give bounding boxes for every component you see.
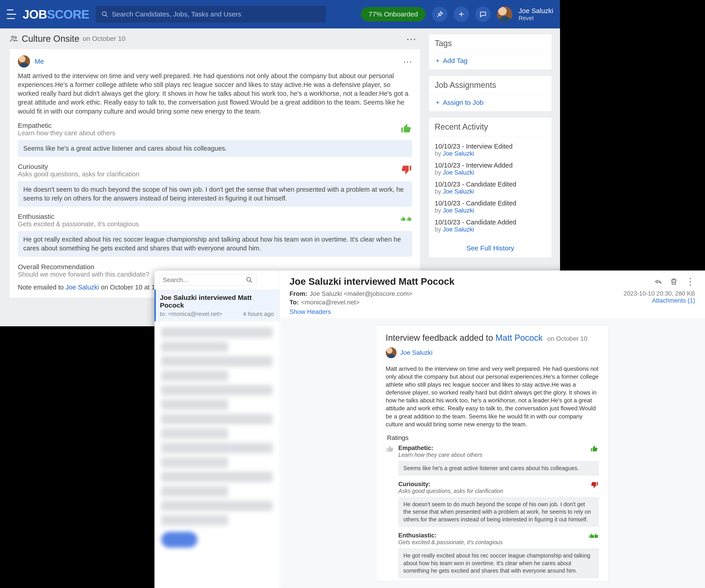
mail-subject: Joe Saluzki interviewed Matt Pocock [289,276,654,287]
recent-activity-card: Recent Activity 10/10/23 - Interview Edi… [429,117,552,258]
page-title: Culture Onsite [22,34,80,44]
thumb-down-icon [590,481,599,490]
rating-enthusiastic: Enthusiastic Gets excited & passionate, … [18,213,412,257]
rating-empathetic: Empathetic Learn how they care about oth… [18,122,412,157]
mail-menu-icon[interactable]: ⋮ [686,276,695,287]
activity-user-link[interactable]: Joe Saluzki [443,150,474,157]
add-tag-link[interactable]: Add Tag [435,57,546,64]
job-assignments-card: Job Assignments Assign to Job [429,76,552,111]
mail-list-item[interactable]: Joe Saluzki interviewed Matt Pocock to: … [154,290,279,322]
activity-item: 10/10/23 - Candidate Editedby Joe Saluzk… [435,179,546,197]
mail-search-bar[interactable] [159,274,256,286]
mail-rating-enthusiastic: Enthusiastic: Gets excited & passionate,… [386,532,599,546]
svg-point-0 [102,12,106,16]
search-bar[interactable] [96,6,326,22]
activity-user-link[interactable]: Joe Saluzki [443,188,474,195]
author-link[interactable]: Me [35,58,44,65]
author-link[interactable]: Joe Saluzki [400,349,432,356]
mail-pane: Joe Saluzki interviewed Matt Pocock ⋮ Fr… [280,271,705,588]
search-icon [101,11,108,17]
topbar: JOBSCORE 77% Onboarded Joe Saluzki Revel [0,0,560,29]
page-date: on October 10 [83,35,126,42]
activity-user-link[interactable]: Joe Saluzki [443,226,474,233]
activity-user-link[interactable]: Joe Saluzki [443,207,474,214]
thumb-up-icon [401,122,412,134]
avatar[interactable] [497,7,512,22]
activity-item: 10/10/23 - Interview Editedby Joe Saluzk… [435,140,546,159]
user-name: Joe Saluzki [519,7,553,15]
chat-icon[interactable] [475,7,491,22]
activity-item: 10/10/23 - Candidate Editedby Joe Saluzk… [435,197,546,216]
author-avatar [386,347,396,358]
thumb-down-icon [401,164,412,176]
note-body: Matt arrived to the interview on time an… [18,71,412,116]
refresh-icon[interactable] [265,276,266,284]
author-avatar [18,55,30,67]
email-client-window: Joe Saluzki interviewed Matt Pocock to: … [154,271,705,588]
envelope-icon[interactable] [261,276,261,284]
activity-item: 10/10/23 - Interview Addedby Joe Saluzki [435,159,546,179]
plus-icon[interactable] [454,7,469,22]
svg-point-2 [15,37,16,38]
archive-icon[interactable] [270,276,270,284]
search-icon [245,276,253,284]
mail-rating-empathetic: Empathetic: Learn how they care about ot… [386,445,599,458]
user-company: Revel [519,15,553,22]
interview-note-card: Me ··· Matt arrived to the interview on … [9,49,420,298]
thumb-double-up-icon [590,532,599,540]
emailed-user-link[interactable]: Joe Saluzki [65,284,99,291]
see-full-history-link[interactable]: See Full History [429,240,552,257]
tags-card: Tags Add Tag [429,34,552,70]
mail-list: Joe Saluzki interviewed Matt Pocock to: … [154,271,280,588]
pin-icon[interactable] [432,7,448,22]
mail-meta-size: 2023-10-10 20:30, 280 KB [623,290,695,297]
page-menu-icon[interactable]: ··· [407,33,416,45]
svg-point-3 [247,278,251,281]
thumb-up-icon [590,445,599,454]
people-icon [9,34,18,43]
thumb-double-up-icon [401,213,412,225]
candidate-link[interactable]: Matt Pocock [496,333,543,343]
mail-content-body: Matt arrived to the interview on time an… [386,365,599,428]
note-menu-icon[interactable]: ··· [403,56,412,66]
show-headers-link[interactable]: Show Headers [289,308,412,315]
mail-search-input[interactable] [163,277,244,284]
assign-job-link[interactable]: Assign to Job [435,99,546,106]
gear-icon[interactable] [274,276,274,284]
search-input[interactable] [112,10,320,18]
activity-user-link[interactable]: Joe Saluzki [443,169,474,176]
page-header: Culture Onsite on October 10 ··· [9,29,425,49]
trash-icon[interactable] [670,278,678,286]
mail-rating-curiousity: Curiousity: Asks good questions, asks fo… [386,481,599,494]
activity-item: 10/10/23 - Candidate Addedby Joe Saluzki [435,216,546,235]
user-block[interactable]: Joe Saluzki Revel [519,7,553,22]
logo: JOBSCORE [22,7,89,21]
mail-list-blurred [154,322,279,588]
svg-point-1 [11,36,13,38]
rating-curiousity: Curiousity Asks good questions, asks for… [18,163,412,207]
ratings-title: Ratings [387,434,599,441]
thumb-grey-icon [386,445,394,454]
reply-icon[interactable] [654,278,662,286]
attachments-link[interactable]: Attachments (1) [652,297,695,304]
menu-icon[interactable] [7,9,16,19]
onboarded-badge[interactable]: 77% Onboarded [361,7,426,21]
mail-content: Interview feedback added to Matt Pocock … [376,325,609,581]
mail-content-heading: Interview feedback added to Matt Pocock … [386,333,599,343]
